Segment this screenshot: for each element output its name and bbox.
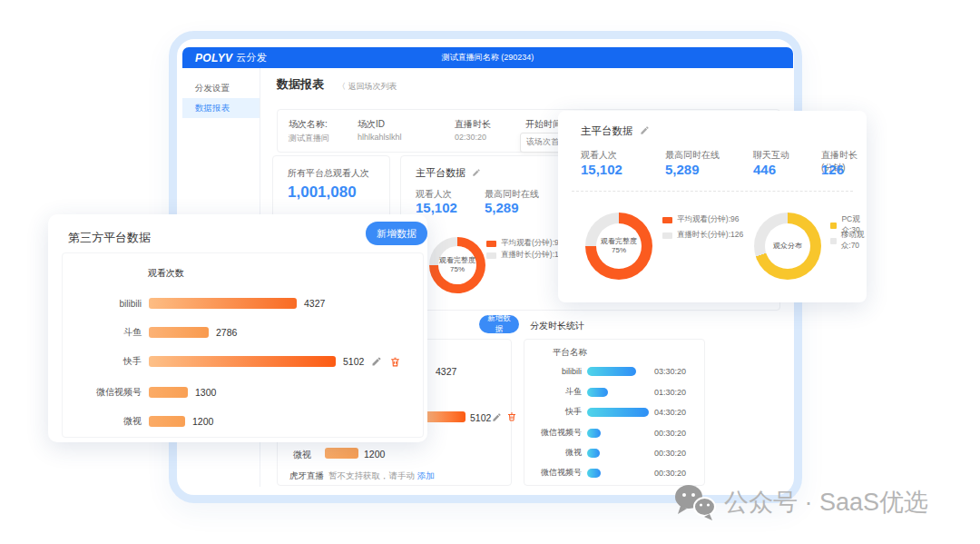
live-duration-label: 直播时长 [455,118,491,131]
duration-table-header: 平台名称 [553,347,587,359]
third-party-card-floating: 第三方平台数据 新增数据 观看次数 bilibili 4327 斗鱼 2786 … [48,214,427,442]
bg-value-4327: 4327 [436,366,456,377]
duration-bar [587,469,601,478]
duration-table-box: 平台名称 bilibili 03:30:20 斗鱼 01:30:20 快手 04… [524,339,705,486]
bg-value-5102: 5102 [470,412,491,423]
add-manually-link[interactable]: 添加 [417,470,435,480]
total-views-value: 1,001,080 [288,183,357,202]
bg-huya-note: 暂不支持获取，请手动 添加 [328,470,435,482]
main-platform-card-floating: 主平台数据 观看人次 15,102 最高同时在线 5,289 聊天互动 446 … [558,111,867,302]
sidebar-item-data-report[interactable]: 数据报表 [182,98,260,118]
table-row: 微信视频号 00:30:20 [524,428,704,438]
duration-bar [587,429,601,438]
stat-peak-value: 5,289 [665,162,700,177]
page-title: 数据报表 [277,76,324,93]
stat-chat-value: 446 [753,162,776,177]
bar-row-kuaishou: 快手 5102 [63,355,423,368]
back-to-session-list-link[interactable]: 〈 返回场次列表 [338,81,397,93]
stat-peak-label: 最高同时在线 [665,149,720,162]
watermark-text: 公众号 · SaaS优选 [724,486,928,519]
audience-donut: 观众分布 [754,213,821,280]
views-bar [149,416,185,427]
bg-views-value: 15,102 [416,200,457,215]
session-name-value: 测试直播间 [289,133,329,144]
legend-mobile-audience: 移动观众:70 [830,230,867,252]
completion-donut-background: 观看完整度75% [429,237,485,293]
app-header-bar: 测试直播间名称 (290234) POLYV 云分发 [182,47,793,68]
table-row: 斗鱼 01:30:20 [524,387,704,397]
views-bar [149,298,297,309]
live-duration-value: 02:30:20 [455,133,486,142]
edit-icon[interactable] [472,168,481,177]
bg-weishi-label: 微视 [293,449,311,461]
duration-section-title: 分发时长统计 [530,320,584,332]
bg-bar-weishi [325,448,358,459]
add-data-button-background[interactable]: 新增数据 [479,315,519,333]
completion-donut: 观看完整度75% [585,213,652,280]
bar-row-weishi: 微视 1200 [63,415,423,428]
edit-icon[interactable] [371,356,382,367]
legend-avg-watch: 平均观看(分钟):96 [662,214,739,225]
room-title: 测试直播间名称 (290234) [182,52,793,64]
duration-bar [587,367,636,376]
bar-row-bilibili: bilibili 4327 [63,297,423,310]
legend-live-duration: 直播时长(分钟):126 [662,230,743,241]
sidebar-item-distribution-settings[interactable]: 分发设置 [182,78,260,98]
edit-icon[interactable] [640,125,650,135]
table-row: 微信视频号 00:30:20 [524,468,704,478]
screenshot-canvas: 测试直播间名称 (290234) POLYV 云分发 分发设置 数据报表 数据报… [0,0,980,544]
views-bar [149,387,188,398]
chevron-left-icon: 〈 [338,82,346,91]
bg-legend-duration: 直播时长(分钟):126 [486,250,567,261]
duration-bar [587,388,608,397]
stat-views-value: 15,102 [581,162,622,177]
session-name-label: 场次名称: [289,118,328,131]
bar-row-douyu: 斗鱼 2786 [63,326,423,339]
delete-icon[interactable] [506,411,517,422]
session-id-label: 场次ID [358,118,385,131]
main-platform-bg-title: 主平台数据 [416,166,481,180]
table-row: 快手 04:30:20 [524,407,704,417]
bg-huya-label: 虎牙直播 [289,470,324,482]
session-id-value: hlhlkahlslkhl [358,133,402,142]
third-party-title: 第三方平台数据 [68,230,151,246]
bg-peak-label: 最高同时在线 [485,188,539,201]
stat-views-label: 观看人次 [581,149,617,162]
views-chart-title: 观看次数 [148,267,184,280]
table-row: 微视 00:30:20 [524,448,704,458]
stat-chat-label: 聊天互动 [753,149,789,162]
add-data-button[interactable]: 新增数据 [366,222,427,245]
views-bar [149,327,209,338]
stat-duration-value: 126 [821,162,844,177]
bg-legend-avg-watch: 平均观看(分钟):96 [486,238,563,249]
duration-bar [587,408,649,417]
duration-bar [587,449,600,458]
watermark: 公众号 · SaaS优选 [673,483,928,521]
bar-row-wechat-channels: 微信视频号 1300 [63,386,423,399]
divider [572,191,853,192]
wechat-icon [673,483,717,521]
bg-views-label: 观看人次 [416,188,452,201]
edit-icon[interactable] [492,412,502,422]
bg-weishi-value: 1200 [364,449,385,460]
main-platform-title: 主平台数据 [581,124,650,138]
table-row: bilibili 03:30:20 [524,366,704,376]
total-views-label: 所有平台总观看人次 [288,167,369,180]
views-chart-box: 观看次数 bilibili 4327 斗鱼 2786 快手 5102 微信视频号 [62,252,424,438]
bg-peak-value: 5,289 [485,200,519,215]
delete-icon[interactable] [389,356,401,368]
views-bar [149,356,336,367]
